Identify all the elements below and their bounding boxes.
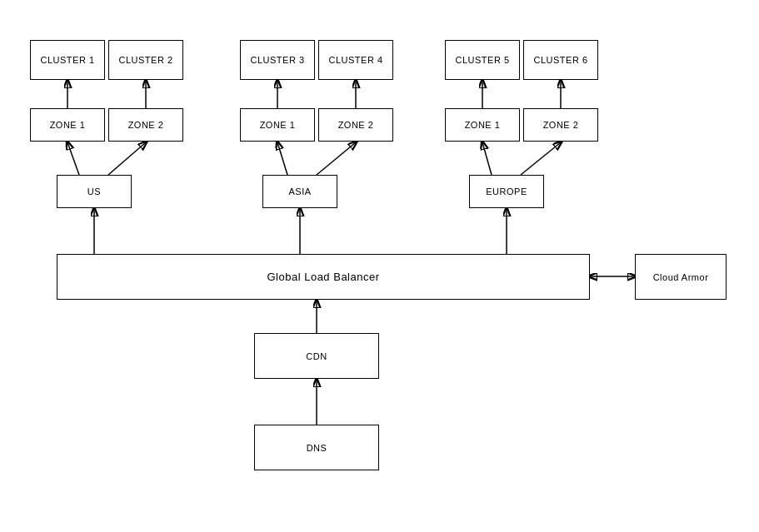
svg-line-10 [482, 142, 492, 175]
cluster1-box: CLUSTER 1 [30, 40, 105, 80]
cdn-box: CDN [254, 333, 379, 379]
asia-box: ASIA [262, 175, 337, 208]
cluster4-box: CLUSTER 4 [318, 40, 393, 80]
dns-box: DNS [254, 425, 379, 470]
svg-line-6 [67, 142, 79, 175]
zone1-asia-box: ZONE 1 [240, 108, 315, 142]
svg-line-11 [521, 142, 561, 175]
glb-box: Global Load Balancer [57, 254, 590, 300]
zone2-us-box: ZONE 2 [108, 108, 183, 142]
cloud-armor-box: Cloud Armor [635, 254, 727, 300]
zone1-eu-box: ZONE 1 [445, 108, 520, 142]
zone1-us-box: ZONE 1 [30, 108, 105, 142]
cluster2-box: CLUSTER 2 [108, 40, 183, 80]
cluster3-box: CLUSTER 3 [240, 40, 315, 80]
architecture-diagram: CLUSTER 1 CLUSTER 2 CLUSTER 3 CLUSTER 4 … [0, 0, 759, 532]
europe-box: EUROPE [469, 175, 544, 208]
cluster6-box: CLUSTER 6 [523, 40, 598, 80]
us-box: US [57, 175, 132, 208]
svg-line-8 [277, 142, 287, 175]
svg-line-7 [108, 142, 146, 175]
svg-line-9 [317, 142, 356, 175]
zone2-asia-box: ZONE 2 [318, 108, 393, 142]
cluster5-box: CLUSTER 5 [445, 40, 520, 80]
zone2-eu-box: ZONE 2 [523, 108, 598, 142]
